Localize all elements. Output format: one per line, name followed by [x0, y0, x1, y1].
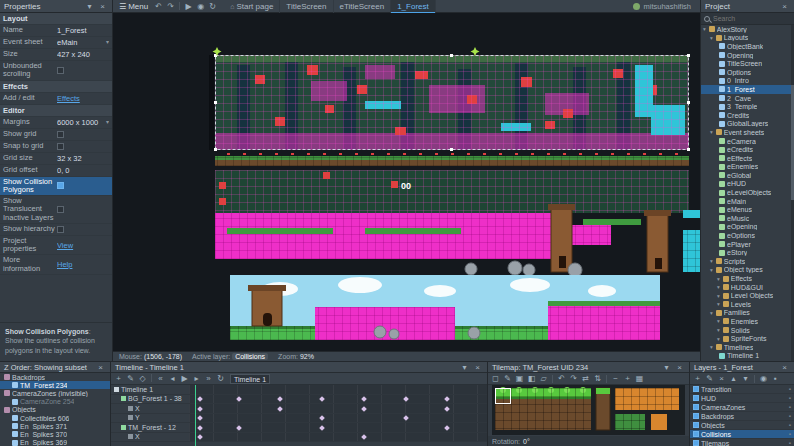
layer-collisions[interactable]: Collisions▪ — [690, 430, 794, 439]
debug-preview-icon[interactable]: ◉ — [195, 1, 206, 12]
checkbox-show-grid[interactable] — [57, 131, 64, 138]
close-icon[interactable]: × — [97, 1, 108, 12]
expander-icon[interactable]: ▾ — [717, 318, 720, 324]
keyframe-lane[interactable] — [189, 414, 487, 423]
fill-tool-icon[interactable]: ◧ — [526, 373, 537, 384]
project-item-estory[interactable]: eStory — [701, 248, 791, 257]
visibility-checkbox[interactable] — [693, 413, 699, 419]
project-item-scripts[interactable]: ▾Scripts — [701, 257, 791, 266]
keyframe[interactable] — [197, 434, 203, 440]
expander-icon[interactable]: ▾ — [717, 336, 720, 342]
link-help[interactable]: Help — [57, 260, 109, 269]
search-input[interactable] — [713, 15, 791, 22]
project-item-enemies[interactable]: ▾Enemies — [701, 317, 791, 326]
project-item-hud-gui[interactable]: ▾HUD&GUI — [701, 283, 791, 292]
visibility-checkbox[interactable] — [693, 440, 699, 446]
play-icon[interactable]: ▶ — [179, 373, 190, 384]
delete-layer-icon[interactable]: × — [716, 373, 727, 384]
close-icon[interactable]: × — [779, 1, 790, 12]
project-item-emusic[interactable]: eMusic — [701, 214, 791, 223]
expander-icon[interactable]: ▾ — [703, 26, 706, 32]
visibility-checkbox[interactable] — [693, 404, 699, 410]
keyframe[interactable] — [278, 406, 284, 412]
keyframe-lane[interactable] — [189, 395, 487, 404]
step-forward-icon[interactable]: ▸ — [191, 373, 202, 384]
link-view[interactable]: View — [57, 241, 109, 250]
expander-icon[interactable]: ▾ — [717, 293, 720, 299]
expander-icon[interactable]: ▾ — [710, 344, 713, 350]
keyframe[interactable] — [236, 396, 242, 402]
layer-transition[interactable]: Transition▪ — [690, 385, 794, 394]
expander-icon[interactable]: ▾ — [717, 327, 720, 333]
layer-tilemaps[interactable]: Tilemaps▪ — [690, 439, 794, 446]
rotate-right-icon[interactable]: ↷ — [568, 373, 579, 384]
keyframe[interactable] — [197, 396, 203, 402]
project-item-eopening[interactable]: eOpening — [701, 223, 791, 232]
tab-1-forest[interactable]: 1_Forest — [391, 0, 436, 13]
project-item-ehud[interactable]: eHUD — [701, 180, 791, 189]
expander-icon[interactable]: ▾ — [710, 258, 713, 264]
grid-icon[interactable]: ▦ — [634, 373, 645, 384]
z-order-item-en-spikes-371[interactable]: En_Spikes 371 — [0, 422, 110, 430]
zoom-in-icon[interactable]: + — [622, 373, 633, 384]
keyframe[interactable] — [361, 396, 367, 402]
z-order-item-objects[interactable]: Objects — [0, 406, 110, 414]
close-icon[interactable]: × — [95, 362, 106, 373]
project-item-emain[interactable]: eMain — [701, 197, 791, 206]
project-item-event-sheets[interactable]: ▾Event sheets — [701, 128, 791, 137]
go-end-icon[interactable]: » — [203, 373, 214, 384]
keyframe[interactable] — [197, 415, 203, 421]
move-down-icon[interactable]: ▾ — [740, 373, 751, 384]
keyframe[interactable] — [319, 396, 325, 402]
value-grid-size[interactable]: 32 x 32 — [57, 154, 109, 163]
keyframe[interactable] — [444, 406, 450, 412]
track-label[interactable]: Timeline 1 — [111, 385, 189, 394]
track-label[interactable]: TM_Forest - 12 — [111, 423, 189, 432]
project-item-options[interactable]: Options — [701, 68, 791, 77]
step-back-icon[interactable]: ◂ — [167, 373, 178, 384]
z-order-item-en-spikes-369[interactable]: En_Spikes 369 — [0, 439, 110, 446]
project-item-solids[interactable]: ▾Solids — [701, 326, 791, 335]
rotate-left-icon[interactable]: ↶ — [556, 373, 567, 384]
project-item-elevelobjects[interactable]: eLevelObjects — [701, 188, 791, 197]
rename-layer-icon[interactable]: ✎ — [704, 373, 715, 384]
zoom-value[interactable]: 92% — [300, 353, 314, 360]
layer-objects[interactable]: Objects▪ — [690, 421, 794, 430]
keyframe-lane[interactable] — [189, 433, 487, 442]
keyframe-lane[interactable] — [189, 385, 487, 394]
layer-backdrops[interactable]: Backdrops▪ — [690, 412, 794, 421]
project-item-timelines[interactable]: ▾Timelines — [701, 343, 791, 352]
project-item-objectbank[interactable]: ObjectBank — [701, 42, 791, 51]
project-item-eplayer[interactable]: ePlayer — [701, 240, 791, 249]
expander-icon[interactable]: ▾ — [717, 276, 720, 282]
visibility-checkbox[interactable] — [693, 395, 699, 401]
visibility-checkbox[interactable] — [693, 386, 699, 392]
project-item-3-temple[interactable]: 3_Temple — [701, 102, 791, 111]
project-item-level-objects[interactable]: ▾Level Objects — [701, 291, 791, 300]
z-order-item-en-spikes-370[interactable]: En_Spikes 370 — [0, 430, 110, 438]
expander-icon[interactable]: ▾ — [717, 284, 720, 290]
z-order-item-collectibles-606[interactable]: Collectibles 606 — [0, 414, 110, 422]
keyframe[interactable] — [361, 406, 367, 412]
z-order-item-tm-forest-234[interactable]: TM_Forest 234 — [0, 381, 110, 389]
expander-icon[interactable]: ▾ — [717, 301, 720, 307]
project-item-families[interactable]: ▾Families — [701, 309, 791, 318]
value-event-sheet[interactable]: eMain — [57, 38, 109, 47]
value-name[interactable]: 1_Forest — [57, 26, 109, 35]
keyframe[interactable] — [403, 396, 409, 402]
project-item-levels[interactable]: ▾Levels — [701, 300, 791, 309]
track-label[interactable]: X — [111, 433, 189, 442]
project-item-timeline-1[interactable]: Timeline 1 — [701, 352, 791, 361]
checkbox-show-hierarchy[interactable] — [57, 226, 64, 233]
edit-icon[interactable]: ✎ — [125, 373, 136, 384]
visibility-checkbox[interactable] — [693, 422, 699, 428]
playhead[interactable] — [195, 385, 196, 446]
flip-v-icon[interactable]: ⇅ — [592, 373, 603, 384]
flip-h-icon[interactable]: ⇄ — [580, 373, 591, 384]
link-effects[interactable]: Effects — [57, 94, 109, 103]
add-keyframe-icon[interactable]: + — [113, 373, 124, 384]
expander-icon[interactable]: ▾ — [710, 129, 713, 135]
close-icon[interactable]: × — [674, 362, 685, 373]
value-margins[interactable]: 6000 x 1000 — [57, 118, 109, 127]
track-label[interactable]: X — [111, 404, 189, 413]
